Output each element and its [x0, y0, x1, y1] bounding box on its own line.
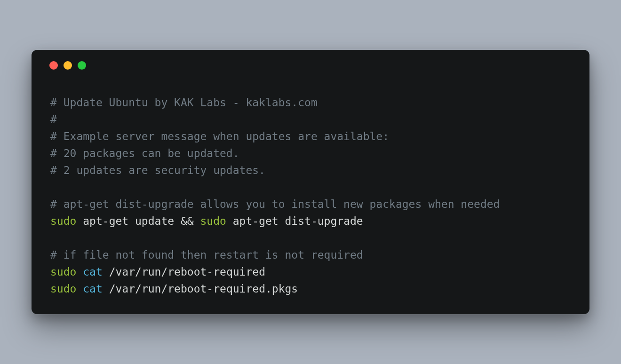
keyword-sudo: sudo: [50, 215, 76, 227]
comment-line: # 20 packages can be updated.: [50, 147, 239, 159]
keyword-sudo: sudo: [200, 215, 226, 227]
builtin-cat: cat: [83, 266, 103, 278]
close-icon[interactable]: [49, 61, 58, 70]
comment-line: #: [50, 113, 57, 126]
minimize-icon[interactable]: [64, 61, 72, 70]
maximize-icon[interactable]: [78, 61, 86, 70]
window-titlebar: [32, 50, 589, 74]
builtin-cat: cat: [83, 283, 103, 295]
command-text: /var/run/reboot-required: [103, 266, 265, 278]
code-block: # Update Ubuntu by KAK Labs - kaklabs.co…: [32, 74, 589, 297]
comment-line: # apt-get dist-upgrade allows you to ins…: [50, 198, 500, 210]
comment-line: # if file not found then restart is not …: [50, 249, 363, 261]
terminal-window: # Update Ubuntu by KAK Labs - kaklabs.co…: [32, 50, 589, 314]
comment-line: # Update Ubuntu by KAK Labs - kaklabs.co…: [50, 96, 318, 109]
comment-line: # 2 updates are security updates.: [50, 164, 265, 176]
comment-line: # Example server message when updates ar…: [50, 130, 389, 142]
keyword-sudo: sudo: [50, 283, 76, 295]
command-text: apt-get update &&: [76, 215, 200, 227]
keyword-sudo: sudo: [50, 266, 76, 278]
command-text: apt-get dist-upgrade: [226, 215, 363, 227]
command-text: /var/run/reboot-required.pkgs: [103, 283, 298, 295]
